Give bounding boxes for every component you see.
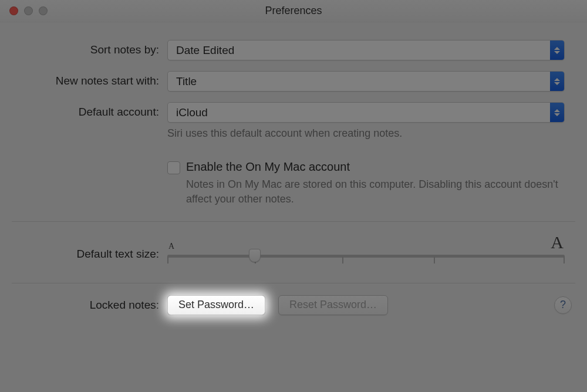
slider-thumb[interactable] [249, 249, 261, 262]
row-default-account: Default account: iCloud Siri uses this d… [12, 102, 575, 206]
enable-on-my-mac-hint: Notes in On My Mac are stored on this co… [186, 177, 562, 206]
window-title: Preferences [0, 5, 587, 17]
titlebar: Preferences [0, 0, 587, 22]
row-default-text-size: Default text size: A A [12, 232, 575, 268]
text-size-max-glyph: A [551, 232, 564, 252]
minimize-icon[interactable] [24, 6, 33, 15]
new-notes-start-value: Title [176, 75, 550, 88]
content: Sort notes by: Date Edited New notes sta… [0, 22, 587, 392]
row-new-notes-start: New notes start with: Title [12, 71, 575, 92]
default-account-label: Default account: [12, 102, 167, 119]
row-locked-notes: Locked notes: Set Password… Reset Passwo… [12, 295, 575, 315]
enable-on-my-mac-checkbox[interactable] [167, 161, 180, 174]
preferences-window: Preferences Sort notes by: Date Edited N… [0, 0, 587, 392]
new-notes-start-popup[interactable]: Title [167, 71, 565, 92]
close-icon[interactable] [9, 6, 18, 15]
default-text-size-label: Default text size: [12, 239, 167, 261]
reset-password-button[interactable]: Reset Password… [278, 295, 388, 315]
chevron-up-down-icon [550, 103, 564, 122]
sort-notes-label: Sort notes by: [12, 40, 167, 56]
window-controls [9, 6, 48, 15]
set-password-button[interactable]: Set Password… [167, 295, 265, 315]
chevron-up-down-icon [550, 40, 564, 60]
default-account-hint: Siri uses this default account when crea… [167, 126, 565, 140]
row-sort-notes: Sort notes by: Date Edited [12, 40, 575, 60]
separator [12, 221, 575, 222]
slider-track [167, 255, 565, 258]
default-account-value: iCloud [176, 106, 550, 119]
default-account-popup[interactable]: iCloud [167, 102, 565, 123]
sort-notes-popup[interactable]: Date Edited [167, 40, 565, 60]
chevron-up-down-icon [550, 72, 564, 91]
separator [12, 283, 575, 283]
locked-notes-label: Locked notes: [12, 299, 167, 312]
zoom-icon[interactable] [39, 6, 48, 15]
help-button[interactable]: ? [554, 296, 572, 314]
text-size-min-glyph: A [168, 242, 174, 252]
sort-notes-value: Date Edited [176, 44, 550, 57]
row-on-my-mac: Enable the On My Mac account Notes in On… [167, 160, 565, 206]
new-notes-start-label: New notes start with: [12, 71, 167, 87]
text-size-slider[interactable]: A A [167, 232, 565, 268]
enable-on-my-mac-label: Enable the On My Mac account [186, 160, 562, 174]
